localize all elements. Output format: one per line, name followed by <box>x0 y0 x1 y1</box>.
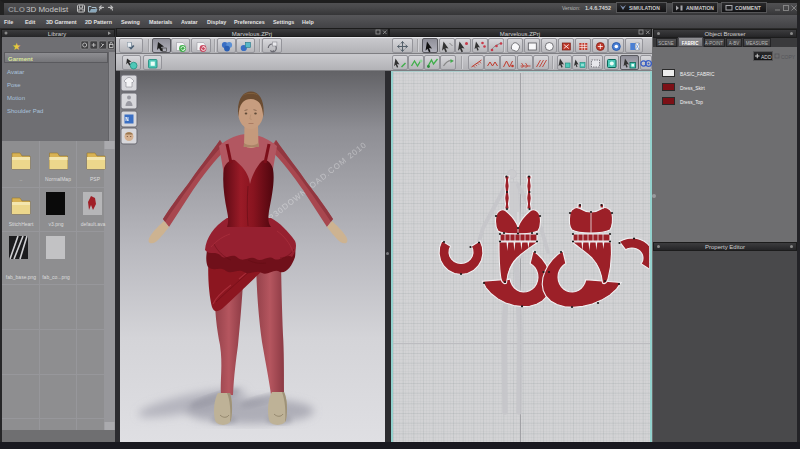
svg-text:Avatar: Avatar <box>181 19 198 25</box>
svg-text:Dress_Top: Dress_Top <box>680 100 703 105</box>
svg-text:Preferences: Preferences <box>234 19 265 25</box>
svg-text:Dress_Skirt: Dress_Skirt <box>680 86 705 91</box>
svg-text:PSP: PSP <box>90 176 101 182</box>
svg-text:ADD: ADD <box>761 54 772 60</box>
svg-text:3D Garment: 3D Garment <box>46 19 77 25</box>
svg-text:Display: Display <box>207 19 226 25</box>
svg-text:Edit: Edit <box>25 19 35 25</box>
svg-text:StitchHeart: StitchHeart <box>9 221 34 227</box>
svg-text:2D Pattern: 2D Pattern <box>85 19 112 25</box>
svg-text:★: ★ <box>12 41 21 52</box>
svg-text:Version:: Version: <box>562 5 580 11</box>
svg-text:A-POINT: A-POINT <box>705 41 724 46</box>
svg-text:Motion: Motion <box>7 95 25 101</box>
svg-text:Property Editor: Property Editor <box>705 244 745 250</box>
svg-text:Help: Help <box>302 19 314 25</box>
svg-text:fab_co...png: fab_co...png <box>42 274 70 280</box>
svg-text:Avatar: Avatar <box>7 69 24 75</box>
svg-text:Marvelous.ZPrj: Marvelous.ZPrj <box>500 31 540 37</box>
svg-text:1.4.6.7452: 1.4.6.7452 <box>585 5 611 11</box>
svg-text:FABRIC: FABRIC <box>682 41 700 46</box>
svg-text:NormalMap: NormalMap <box>45 176 71 182</box>
svg-text:COMMENT: COMMENT <box>735 5 761 11</box>
svg-text:ANIMATION: ANIMATION <box>686 5 714 11</box>
svg-text:Object Browser: Object Browser <box>704 31 745 37</box>
svg-text:CLO: CLO <box>8 5 25 14</box>
svg-text:COPY: COPY <box>781 54 796 60</box>
svg-text:Sewing: Sewing <box>121 19 140 25</box>
svg-text:Settings: Settings <box>273 19 294 25</box>
svg-text:A-BV: A-BV <box>729 41 740 46</box>
svg-text:Pose: Pose <box>7 82 21 88</box>
svg-text:BASIC_FABRIC: BASIC_FABRIC <box>680 72 715 77</box>
svg-text:fab_base.png: fab_base.png <box>6 274 37 280</box>
svg-text:v3.png: v3.png <box>48 221 63 227</box>
svg-text:Materials: Materials <box>149 19 172 25</box>
svg-text:Garment: Garment <box>8 56 33 62</box>
svg-text:SIMULATION: SIMULATION <box>629 5 660 11</box>
svg-text:Shoulder Pad: Shoulder Pad <box>7 108 43 114</box>
svg-text:SCENE: SCENE <box>658 41 674 46</box>
svg-text:Marvelous.ZPrj: Marvelous.ZPrj <box>232 31 272 37</box>
svg-text:MEASURE: MEASURE <box>746 41 768 46</box>
svg-text:3D Modelist: 3D Modelist <box>26 5 69 14</box>
svg-text:default.ava: default.ava <box>81 221 106 227</box>
svg-text:Library: Library <box>48 31 66 37</box>
svg-text:File: File <box>4 19 13 25</box>
svg-text:..: .. <box>20 176 23 182</box>
